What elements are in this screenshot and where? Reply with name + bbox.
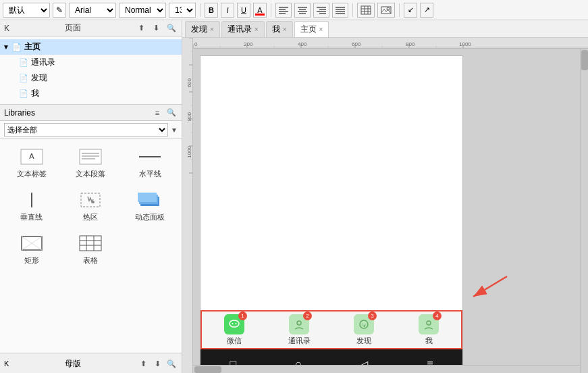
tab-1[interactable]: 通讯录 ×	[221, 21, 265, 37]
widget-text-paragraph[interactable]: 文本段落	[62, 142, 120, 184]
widget-rectangle[interactable]: 矩形	[3, 228, 61, 270]
tree-child-item-0[interactable]: 📄 通讯录	[0, 55, 182, 70]
horizontal-line-icon	[138, 147, 162, 167]
scrollbar-thumb-v[interactable]	[581, 50, 588, 70]
table-widget-svg	[78, 234, 103, 252]
tree-arrow-icon: ▼	[3, 43, 9, 51]
svg-text:0: 0	[194, 41, 198, 47]
me-icon	[423, 318, 435, 330]
scrollbar-right[interactable]	[580, 49, 588, 373]
hotspot-svg	[78, 191, 103, 209]
libraries-menu-button[interactable]: ≡	[151, 107, 163, 119]
horizontal-line-svg	[138, 148, 162, 166]
phone-tab-wechat[interactable]: 1 微信	[202, 312, 267, 348]
svg-text:200: 200	[244, 41, 253, 47]
me-label: 我	[425, 336, 433, 346]
italic-button[interactable]: I	[221, 3, 234, 18]
widget-horizontal-line-name: 水平线	[139, 169, 161, 179]
widget-text-label-name: 文本标签	[17, 169, 47, 179]
widget-horizontal-line[interactable]: 水平线	[121, 142, 179, 184]
tab-0[interactable]: 发现 ×	[185, 21, 220, 37]
tab-close-1[interactable]: ×	[255, 26, 259, 33]
tab-close-0[interactable]: ×	[210, 26, 214, 33]
pages-delete-button[interactable]: ⬇	[151, 22, 163, 34]
tab-close-3[interactable]: ×	[319, 26, 323, 33]
vertical-line-svg	[20, 191, 44, 209]
tab-2[interactable]: 我 ×	[266, 21, 293, 37]
ruler-horizontal: 0 200 400 600 800	[193, 38, 588, 49]
tab-close-2[interactable]: ×	[283, 26, 287, 33]
filter-select[interactable]: 选择全部	[4, 123, 168, 136]
page-icon-0: 📄	[19, 58, 28, 67]
libraries-header: Libraries ≡ 🔍	[0, 105, 182, 121]
red-arrow-container	[466, 270, 514, 305]
align-left-button[interactable]	[275, 3, 292, 18]
align-center-button[interactable]	[294, 3, 311, 18]
svg-line-83	[473, 276, 507, 297]
tree-child-item-1[interactable]: 📄 发现	[0, 70, 182, 86]
phone-tab-contacts[interactable]: 2 通讯录	[267, 312, 331, 348]
tab-label-3: 主页	[300, 24, 317, 35]
tab-3[interactable]: 主页 ×	[294, 21, 329, 37]
tree-child-item-2[interactable]: 📄 我	[0, 86, 182, 101]
scrollbar-thumb-h[interactable]	[194, 366, 221, 373]
pages-label: 页面	[65, 22, 81, 34]
preset-select[interactable]: 默认	[3, 3, 50, 18]
wechat-icon	[228, 318, 240, 330]
masters-search-button[interactable]: 🔍	[165, 357, 178, 370]
tree-root-item[interactable]: ▼ 📄 主页	[0, 39, 182, 55]
svg-point-79	[297, 321, 301, 325]
canvas-area: 发现 × 通讯录 × 我 × 主页 × 600 8	[182, 20, 588, 373]
font-size-select[interactable]: 13	[169, 3, 196, 18]
image-button[interactable]	[377, 3, 395, 18]
zoom-out-button[interactable]: ↙	[404, 3, 417, 18]
masters-add-button[interactable]: ⬆	[137, 357, 149, 370]
tabs-bar: 发现 × 通讯录 × 我 × 主页 ×	[182, 20, 588, 38]
tree-child-label-2: 我	[31, 88, 39, 99]
text-paragraph-icon	[78, 147, 103, 167]
vertical-line-icon	[20, 190, 44, 210]
font-family-select[interactable]: Arial	[69, 3, 116, 18]
svg-rect-25	[80, 149, 101, 164]
svg-text:1000: 1000	[459, 41, 471, 47]
phone-tab-discover[interactable]: 3 发现	[331, 312, 396, 348]
svg-text:400: 400	[298, 41, 307, 47]
text-label-icon: A	[20, 147, 44, 167]
widget-dynamic-panel[interactable]: 动态面板	[121, 185, 179, 227]
font-style-select[interactable]: Normal	[119, 3, 166, 18]
underline-button[interactable]: U	[237, 3, 250, 18]
libraries-search-button[interactable]: 🔍	[165, 107, 178, 119]
align-left-icon	[279, 6, 288, 14]
align-justify-button[interactable]	[332, 3, 348, 18]
bold-button[interactable]: B	[205, 3, 218, 18]
svg-rect-16	[361, 6, 371, 14]
contacts-icon	[293, 318, 305, 330]
phone-tab-me[interactable]: 4 我	[396, 312, 461, 348]
ruler-vertical: 600 800 1000	[182, 38, 193, 373]
widget-hotspot[interactable]: 热区	[62, 185, 120, 227]
pages-header: K 页面 ⬆ ⬇ 🔍	[0, 20, 182, 36]
masters-delete-button[interactable]: ⬇	[151, 357, 163, 370]
rectangle-icon	[20, 233, 44, 253]
widget-text-label[interactable]: A 文本标签	[3, 142, 61, 184]
svg-rect-39	[80, 236, 101, 251]
discover-label: 发现	[356, 336, 371, 346]
align-right-button[interactable]	[313, 3, 329, 18]
widget-vertical-line[interactable]: 垂直线	[3, 185, 61, 227]
zoom-in-button[interactable]: ↗	[420, 3, 433, 18]
widget-table[interactable]: 表格	[62, 228, 120, 270]
edit-icon: ✎	[56, 5, 63, 15]
svg-point-78	[236, 323, 237, 324]
widget-grid: A 文本标签 文本段落	[0, 139, 182, 273]
canvas-page: 1 微信	[200, 55, 463, 373]
pages-search-button[interactable]: 🔍	[165, 22, 178, 34]
svg-text:800: 800	[406, 41, 415, 47]
phone-tab-bar: 1 微信	[201, 310, 462, 349]
canvas-content[interactable]: 1 微信	[193, 49, 588, 373]
scrollbar-bottom[interactable]	[193, 365, 580, 373]
svg-point-80	[360, 320, 368, 328]
pages-add-button[interactable]: ⬆	[136, 22, 148, 34]
table-button[interactable]	[357, 3, 375, 18]
pages-header-icons: ⬆ ⬇ 🔍	[136, 22, 178, 34]
text-color-button[interactable]: A	[253, 3, 267, 18]
